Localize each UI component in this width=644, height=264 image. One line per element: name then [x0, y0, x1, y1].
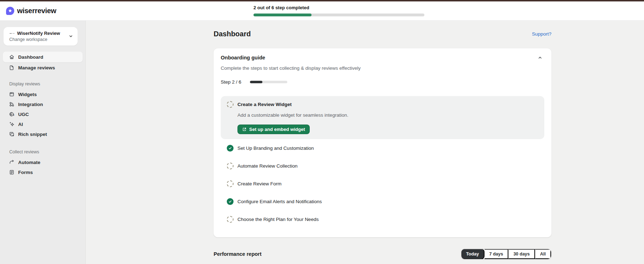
rich-snippet-icon [9, 131, 15, 137]
sidebar-item-forms[interactable]: Forms [3, 167, 83, 177]
sidebar-item-label: Automate [18, 160, 40, 165]
onboarding-step-choose-plan[interactable]: Choose the Right Plan for Your Needs [221, 210, 544, 228]
button-label: Set up and embed widget [249, 127, 305, 132]
filter-label: 7 days [489, 252, 503, 257]
current-step-description: Add a customizable widget for seamless i… [237, 112, 348, 118]
workspace-logo-icon [9, 32, 15, 35]
sidebar-item-label: Forms [18, 170, 33, 175]
step-title: Create Review Form [237, 181, 282, 186]
step-title: Configure Email Alerts and Notifications [237, 199, 322, 204]
step-title: Set Up Branding and Customization [237, 146, 314, 151]
current-step-panel: Create a Review Widget Add a customizabl… [221, 96, 544, 139]
filter-today[interactable]: Today [461, 249, 485, 259]
sidebar-item-automate[interactable]: Automate [3, 157, 83, 167]
onboarding-step-automate[interactable]: Automate Review Collection [221, 157, 544, 175]
step-title: Automate Review Collection [237, 163, 298, 169]
step-state-icon [227, 163, 234, 169]
filter-all[interactable]: All [535, 249, 551, 259]
file-icon [9, 65, 15, 70]
home-icon [9, 54, 15, 60]
brand-logo-icon [6, 7, 14, 15]
globe-icon: $ [9, 111, 15, 117]
onboarding-progress-header: 2 out of 6 step completed [253, 5, 424, 16]
section-title: Collect reviews [3, 148, 83, 155]
sidebar-item-widgets[interactable]: Widgets [3, 89, 83, 99]
external-link-icon [242, 127, 247, 132]
sidebar-item-rich-snippet[interactable]: Rich snippet [3, 129, 83, 139]
step-pending-icon [227, 101, 234, 108]
chevron-down-icon [68, 34, 73, 39]
step-title: Choose the Right Plan for Your Needs [237, 217, 319, 222]
onboarding-step-branding[interactable]: Set Up Branding and Customization [221, 139, 544, 157]
onboarding-guide-card: Onboarding guide Complete the steps to s… [214, 48, 551, 237]
date-range-filter: Today 7 days 30 days All [461, 249, 551, 259]
sidebar-item-label: UGC [18, 112, 29, 117]
support-link[interactable]: Support? [532, 31, 551, 37]
sidebar-nav: Dashboard Manage reviews Display reviews… [0, 52, 85, 177]
sidebar-section-display-reviews: Display reviews Widgets Integration $ [3, 80, 83, 139]
sidebar-item-ai[interactable]: AI [3, 119, 83, 129]
onboarding-step-review-form[interactable]: Create Review Form [221, 175, 544, 192]
sidebar-item-label: Widgets [18, 92, 37, 97]
check-icon [228, 146, 232, 150]
svg-text:$: $ [13, 113, 14, 116]
chevron-up-icon [538, 55, 543, 60]
step-progress-fill [250, 81, 263, 83]
onboarding-subtitle: Complete the steps to start collecting &… [221, 65, 544, 71]
form-icon [9, 169, 15, 175]
workspace-switcher[interactable]: WiserNotify Review Change workspace [4, 27, 78, 46]
performance-report-title: Performance report [214, 251, 262, 257]
workspace-name: WiserNotify Review [17, 31, 60, 36]
progress-label: 2 out of 6 step completed [253, 5, 424, 11]
widget-icon [9, 91, 15, 97]
brand: wiserreview [6, 1, 56, 20]
integration-nodes-icon [9, 101, 15, 107]
change-workspace-label: Change workspace [9, 37, 60, 42]
sidebar-item-dashboard[interactable]: Dashboard [3, 52, 83, 62]
onboarding-title: Onboarding guide [221, 55, 265, 60]
sidebar-item-label: Rich snippet [18, 132, 47, 137]
step-counter: Step 2 / 6 [221, 79, 241, 85]
step-state-icon [227, 198, 234, 205]
sidebar-item-label: Dashboard [18, 54, 43, 60]
progress-bar [253, 14, 424, 16]
automate-loop-icon [9, 159, 15, 165]
filter-30-days[interactable]: 30 days [508, 249, 535, 259]
brand-name: wiserreview [17, 7, 56, 15]
ai-sparkle-icon [9, 121, 15, 127]
step-state-icon [227, 216, 234, 223]
collapse-card-button[interactable] [536, 53, 544, 62]
filter-label: Today [466, 252, 479, 257]
sidebar-item-label: Integration [18, 102, 43, 107]
sidebar: WiserNotify Review Change workspace Dash… [0, 21, 86, 264]
section-title: Display reviews [3, 80, 83, 88]
step-progress-bar [250, 81, 287, 83]
onboarding-step-email-alerts[interactable]: Configure Email Alerts and Notifications [221, 192, 544, 210]
filter-label: 30 days [513, 252, 530, 257]
sidebar-item-label: Manage reviews [18, 65, 55, 70]
setup-embed-widget-button[interactable]: Set up and embed widget [237, 125, 310, 134]
progress-bar-fill [253, 14, 311, 16]
page-title: Dashboard [214, 29, 251, 38]
step-state-icon [227, 145, 234, 152]
main-area: Dashboard Support? Onboarding guide Comp… [86, 21, 644, 264]
sidebar-item-label: AI [18, 122, 23, 127]
sidebar-item-integration[interactable]: Integration [3, 99, 83, 109]
filter-7-days[interactable]: 7 days [485, 249, 508, 259]
sidebar-section-collect-reviews: Collect reviews Automate Forms [3, 148, 83, 177]
filter-label: All [540, 252, 546, 257]
current-step-title: Create a Review Widget [237, 102, 348, 107]
sidebar-item-manage-reviews[interactable]: Manage reviews [3, 62, 83, 73]
sidebar-item-ugc[interactable]: $ UGC [3, 109, 83, 119]
app-window: wiserreview 2 out of 6 step completed Wi… [0, 0, 644, 264]
check-icon [228, 200, 232, 204]
step-state-icon [227, 180, 234, 187]
top-header: wiserreview 2 out of 6 step completed [0, 1, 644, 21]
